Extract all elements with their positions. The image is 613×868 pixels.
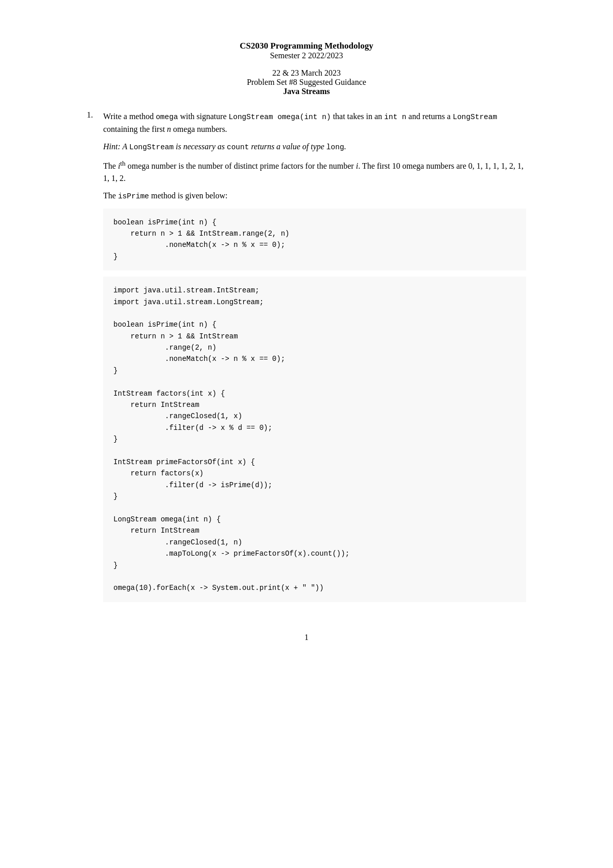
hint-count: count [227, 143, 249, 151]
course-title: CS2030 Programming Methodology [87, 41, 526, 51]
code-omega-signature: omega [156, 113, 178, 121]
hint-end: returns a value of type [249, 142, 326, 151]
problem-set-label: Problem Set #8 Suggested Guidance [87, 78, 526, 87]
date: 22 & 23 March 2023 [87, 68, 526, 78]
code-is-prime-ref: isPrime [118, 192, 149, 200]
hint-text: Hint: A LongStream is necessary as count… [103, 141, 526, 153]
code-long-stream-sig: LongStream omega(int n) [228, 113, 331, 121]
code-block-is-prime: boolean isPrime(int n) { return n > 1 &&… [103, 209, 526, 271]
page: CS2030 Programming Methodology Semester … [87, 0, 526, 683]
hint-label: Hint: A [103, 142, 129, 151]
code-int-n: int n [384, 113, 407, 121]
hint-long-stream: LongStream [129, 143, 174, 151]
explanation-ith: The ith omega number is the number of di… [103, 158, 526, 185]
question-1: 1. Write a method omega with signature L… [87, 110, 526, 608]
code-long-stream: LongStream [453, 113, 497, 121]
content-area: 1. Write a method omega with signature L… [87, 110, 526, 608]
is-prime-intro: The isPrime method is given below: [103, 190, 526, 202]
page-number: 1 [87, 633, 526, 642]
page-header: CS2030 Programming Methodology Semester … [87, 41, 526, 96]
semester: Semester 2 2022/2023 [87, 51, 526, 60]
question-body: Write a method omega with signature Long… [103, 110, 526, 608]
topic-label: Java Streams [87, 87, 526, 96]
hint-middle: is necessary as [174, 142, 227, 151]
hint-long-type: long [326, 143, 344, 151]
code-block-full-solution: import java.util.stream.IntStream; impor… [103, 277, 526, 602]
hint-period: . [344, 142, 346, 151]
question-intro: Write a method omega with signature Long… [103, 110, 526, 135]
question-number: 1. [87, 110, 99, 608]
